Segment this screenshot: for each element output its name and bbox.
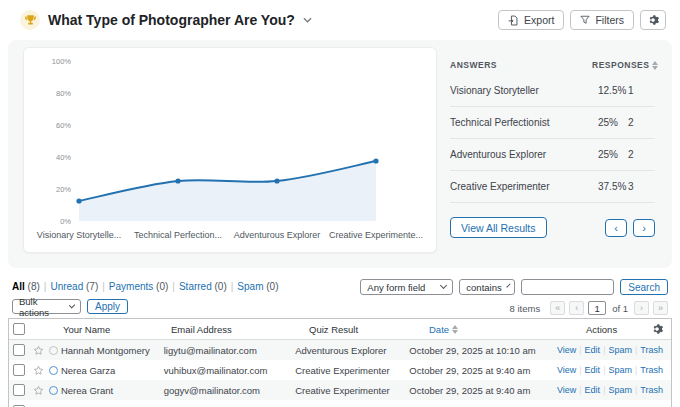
trash-link[interactable]: Trash: [640, 365, 663, 375]
answer-row: Creative Experimenter 37.5% 3: [450, 170, 655, 202]
table-row-partial: [9, 400, 671, 407]
last-page-button[interactable]: »: [653, 301, 668, 315]
funnel-icon: [580, 15, 590, 25]
entry-quiz-result: Adventurous Explorer: [295, 345, 409, 356]
filter-link-all[interactable]: All (8): [12, 281, 40, 292]
export-button[interactable]: Export: [498, 10, 564, 30]
entry-quiz-result: Creative Experimenter: [295, 365, 409, 376]
prev-answers-button[interactable]: ‹: [605, 219, 627, 237]
entries-table-header: Your Name Email Address Quiz Result Date…: [9, 319, 671, 340]
chevron-down-icon: [68, 302, 75, 309]
next-page-button[interactable]: ›: [634, 301, 649, 315]
edit-link[interactable]: Edit: [585, 385, 601, 395]
search-input[interactable]: [521, 279, 614, 295]
entry-date: October 29, 2025 at 9:40 am: [409, 385, 557, 396]
current-page-input[interactable]: [588, 301, 606, 315]
column-header-email: Email Address: [171, 324, 309, 335]
answers-column-header: Answers: [450, 60, 592, 70]
sort-icon: [652, 61, 658, 70]
spam-link[interactable]: Spam: [608, 385, 632, 395]
results-chart-card: 0%20%40%60%80%100%Visionary Storytelle..…: [23, 47, 437, 253]
star-icon[interactable]: [33, 385, 44, 396]
entry-name: Nerea Grant: [61, 385, 164, 396]
entry-email: vuhibux@mailinator.com: [164, 365, 295, 376]
entry-quiz-result: Creative Experimenter: [295, 385, 409, 396]
select-all-checkbox[interactable]: [13, 323, 25, 335]
star-icon[interactable]: [33, 345, 44, 356]
spam-link[interactable]: Spam: [608, 365, 632, 375]
bulk-actions-select[interactable]: Bulk actions: [12, 299, 81, 314]
table-row: Hannah Montgomery ligytu@mailinator.com …: [9, 340, 671, 360]
responses-column-header[interactable]: Responses: [592, 60, 655, 70]
entry-name: Nerea Garza: [61, 365, 164, 376]
star-icon[interactable]: [33, 365, 44, 376]
export-label: Export: [524, 14, 554, 26]
results-chart: 0%20%40%60%80%100%Visionary Storytelle..…: [24, 48, 437, 253]
row-checkbox[interactable]: [13, 384, 25, 396]
first-page-button[interactable]: «: [550, 301, 565, 315]
row-checkbox[interactable]: [13, 364, 25, 376]
column-header-result: Quiz Result: [309, 324, 429, 335]
answer-row: Adventurous Explorer 25% 2: [450, 138, 655, 170]
spam-link[interactable]: Spam: [608, 345, 632, 355]
pagination-row: 8 items « ‹ of 1 › »: [510, 301, 668, 315]
gear-icon: [647, 14, 659, 26]
edit-link[interactable]: Edit: [585, 365, 601, 375]
read-status-icon[interactable]: [49, 346, 58, 355]
prev-page-button[interactable]: ‹: [569, 301, 584, 315]
svg-text:Visionary Storytelle...: Visionary Storytelle...: [37, 230, 121, 240]
edit-link[interactable]: Edit: [585, 345, 601, 355]
answers-table-header: Answers Responses: [450, 56, 655, 74]
svg-text:Technical Perfection...: Technical Perfection...: [134, 230, 222, 240]
comparison-select[interactable]: contains: [459, 279, 515, 295]
form-field-select[interactable]: Any form field: [360, 279, 453, 295]
entry-name: Hannah Montgomery: [61, 345, 164, 356]
svg-text:40%: 40%: [56, 153, 71, 162]
svg-text:80%: 80%: [56, 89, 71, 98]
trash-link[interactable]: Trash: [640, 385, 663, 395]
filter-link-payments[interactable]: Payments (0): [109, 281, 168, 292]
apply-button[interactable]: Apply: [87, 299, 128, 314]
chevron-down-icon: [303, 17, 312, 23]
chevron-down-icon: [440, 282, 447, 289]
entry-date: October 29, 2025 at 10:10 am: [409, 345, 557, 356]
export-icon: [508, 15, 519, 26]
answers-rows: Visionary Storyteller 12.5% 1 Technical …: [450, 74, 655, 203]
view-link[interactable]: View: [557, 385, 576, 395]
quiz-title-dropdown[interactable]: What Type of Photographer Are You?: [20, 10, 312, 30]
filter-link-unread[interactable]: Unread (7): [50, 281, 98, 292]
search-button[interactable]: Search: [620, 279, 668, 295]
read-status-icon[interactable]: [49, 386, 58, 395]
answers-panel: Answers Responses Visionary Storyteller …: [450, 56, 655, 238]
header-actions: Export Filters: [498, 10, 666, 30]
svg-text:0%: 0%: [60, 217, 71, 226]
entry-email: gogyv@mailinator.com: [164, 385, 295, 396]
view-link[interactable]: View: [557, 345, 576, 355]
settings-button[interactable]: [640, 10, 666, 30]
table-row: Nerea Garza vuhibux@mailinator.com Creat…: [9, 360, 671, 380]
filter-link-spam[interactable]: Spam (0): [237, 281, 278, 292]
view-link[interactable]: View: [557, 365, 576, 375]
search-tools: Any form field contains Search: [360, 279, 668, 295]
app-header: What Type of Photographer Are You? Expor…: [0, 0, 680, 40]
table-row: Nerea Grant gogyv@mailinator.com Creativ…: [9, 380, 671, 400]
filter-link-starred[interactable]: Starred (0): [179, 281, 227, 292]
column-header-actions: Actions: [586, 324, 617, 335]
answer-row: Visionary Storyteller 12.5% 1: [450, 74, 655, 106]
entries-table: Your Name Email Address Quiz Result Date…: [8, 318, 672, 407]
trash-link[interactable]: Trash: [640, 345, 663, 355]
filters-button[interactable]: Filters: [570, 10, 634, 30]
page-title: What Type of Photographer Are You?: [48, 12, 295, 28]
answer-row: Technical Perfectionist 25% 2: [450, 106, 655, 138]
column-header-name: Your Name: [63, 324, 171, 335]
read-status-icon[interactable]: [49, 366, 58, 375]
row-checkbox[interactable]: [13, 344, 25, 356]
items-count: 8 items: [510, 303, 541, 314]
column-header-date[interactable]: Date: [429, 324, 584, 335]
table-settings-gear-icon[interactable]: [651, 323, 663, 335]
next-answers-button[interactable]: ›: [633, 219, 655, 237]
entry-status-filters: All (8)Unread (7)Payments (0)Starred (0)…: [12, 281, 279, 292]
view-all-results-button[interactable]: View All Results: [450, 217, 547, 238]
entry-email: ligytu@mailinator.com: [164, 345, 295, 356]
entries-section: All (8)Unread (7)Payments (0)Starred (0)…: [0, 268, 680, 407]
